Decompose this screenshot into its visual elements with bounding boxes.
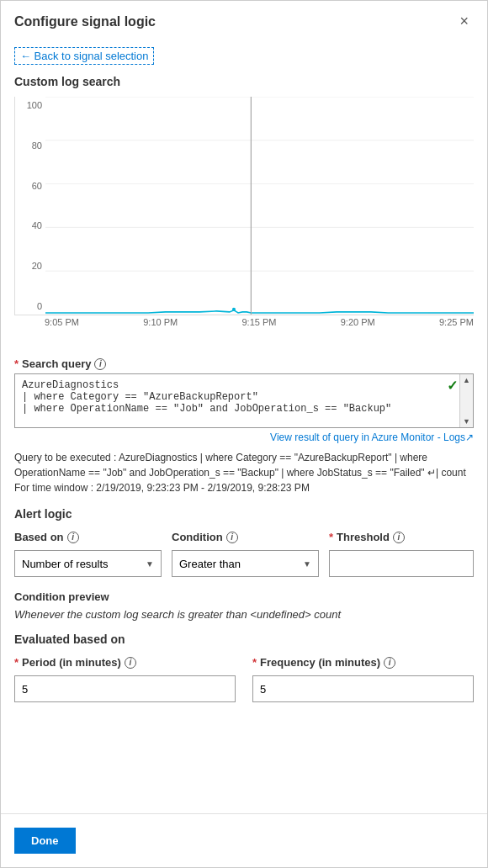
required-star-query: * [14, 357, 19, 370]
y-label-40: 40 [15, 220, 45, 230]
based-on-label: Based on i [14, 531, 162, 543]
based-on-select[interactable]: Number of results Metric measurement [15, 551, 161, 576]
scrollbar[interactable]: ▲ ▼ [459, 374, 473, 427]
y-label-0: 0 [15, 301, 45, 311]
time-window-text: For time window : 2/19/2019, 9:23:23 PM … [14, 482, 310, 494]
evaluated-title: Evaluated based on [14, 632, 474, 646]
condition-group: Condition i Greater than Less than Equal… [172, 531, 319, 577]
chart-svg [45, 97, 474, 315]
threshold-info-icon[interactable]: i [393, 532, 405, 543]
chart-container: 0 20 40 60 80 100 [14, 97, 474, 349]
condition-preview-text: Whenever the custom log search is greate… [14, 608, 474, 621]
condition-label: Condition i [172, 531, 319, 543]
y-axis-labels: 0 20 40 60 80 100 [15, 97, 45, 315]
period-input[interactable] [14, 675, 236, 702]
condition-label-text: Condition [172, 531, 223, 543]
search-query-section: * Search query i AzureDiagnostics | wher… [14, 357, 474, 443]
vertical-line [251, 97, 252, 315]
threshold-input[interactable] [329, 550, 474, 577]
frequency-label-text: Frequency (in minutes) [260, 656, 380, 669]
search-query-label: * Search query i [14, 357, 474, 370]
threshold-label-text: Threshold [337, 531, 390, 543]
threshold-group: * Threshold i [329, 531, 474, 577]
chart-area: 0 20 40 60 80 100 [14, 97, 474, 315]
frequency-input[interactable] [252, 675, 474, 702]
modal-header: Configure signal logic × [1, 1, 487, 40]
condition-preview-title: Condition preview [14, 590, 474, 603]
period-label: * Period (in minutes) i [14, 656, 236, 669]
y-label-100: 100 [15, 100, 45, 110]
back-link[interactable]: ← Back to signal selection [14, 47, 154, 65]
frequency-info-icon[interactable]: i [384, 657, 395, 669]
alert-logic-row: Based on i Number of results Metric meas… [14, 531, 474, 577]
svg-point-7 [232, 308, 236, 311]
y-label-60: 60 [15, 181, 45, 191]
required-star-frequency: * [252, 656, 257, 669]
condition-info-icon[interactable]: i [226, 532, 238, 543]
x-label-910: 9:10 PM [143, 317, 178, 327]
x-axis-labels: 9:05 PM 9:10 PM 9:15 PM 9:20 PM 9:25 PM [14, 317, 474, 327]
search-query-input[interactable]: AzureDiagnostics | where Category == "Az… [15, 374, 456, 425]
query-executed-text: Query to be executed : AzureDiagnostics … [14, 452, 466, 479]
based-on-group: Based on i Number of results Metric meas… [14, 531, 162, 577]
modal-title: Configure signal logic [14, 14, 156, 29]
period-label-text: Period (in minutes) [22, 656, 121, 669]
checkmark-icon: ✓ [447, 378, 458, 394]
condition-select[interactable]: Greater than Less than Equal to [172, 551, 318, 576]
y-label-80: 80 [15, 140, 45, 151]
chart-inner [45, 97, 474, 315]
close-button[interactable]: × [454, 11, 474, 32]
modal-footer: Done [1, 813, 487, 867]
x-label-920: 9:20 PM [341, 317, 375, 327]
modal-container: Configure signal logic × ← Back to signa… [0, 0, 488, 868]
period-info-icon[interactable]: i [125, 657, 136, 669]
frequency-field: * Frequency (in minutes) i [252, 656, 474, 702]
required-star-threshold: * [329, 531, 333, 543]
evaluated-row: * Period (in minutes) i * Frequency (in … [14, 656, 474, 702]
scroll-up-arrow[interactable]: ▲ [463, 376, 470, 384]
evaluated-section: Evaluated based on * Period (in minutes)… [14, 632, 474, 702]
based-on-info-icon[interactable]: i [67, 532, 79, 543]
done-button[interactable]: Done [14, 828, 76, 854]
period-field: * Period (in minutes) i [14, 656, 236, 702]
required-star-period: * [14, 656, 19, 669]
x-label-905: 9:05 PM [45, 317, 79, 327]
alert-logic-title: Alert logic [14, 507, 474, 521]
y-label-20: 20 [15, 261, 45, 271]
x-label-915: 9:15 PM [242, 317, 277, 327]
based-on-label-text: Based on [14, 531, 64, 543]
view-result-link[interactable]: View result of query in Azure Monitor - … [14, 431, 474, 443]
condition-preview-section: Condition preview Whenever the custom lo… [14, 587, 474, 621]
query-info-text: Query to be executed : AzureDiagnostics … [14, 450, 474, 495]
custom-log-section-title: Custom log search [14, 75, 474, 88]
query-textarea-wrapper: AzureDiagnostics | where Category == "Az… [14, 373, 474, 428]
alert-logic-section: Alert logic Based on i Number of results… [14, 507, 474, 577]
search-query-label-text: Search query [22, 357, 91, 370]
threshold-label: * Threshold i [329, 531, 474, 543]
condition-dropdown-wrapper[interactable]: Greater than Less than Equal to ▼ [172, 550, 319, 577]
based-on-dropdown-wrapper[interactable]: Number of results Metric measurement ▼ [14, 550, 162, 577]
scroll-down-arrow[interactable]: ▼ [463, 417, 470, 426]
x-label-925: 9:25 PM [439, 317, 474, 327]
frequency-label: * Frequency (in minutes) i [252, 656, 474, 669]
modal-body: ← Back to signal selection Custom log se… [1, 40, 487, 813]
search-query-info-icon[interactable]: i [94, 358, 106, 370]
